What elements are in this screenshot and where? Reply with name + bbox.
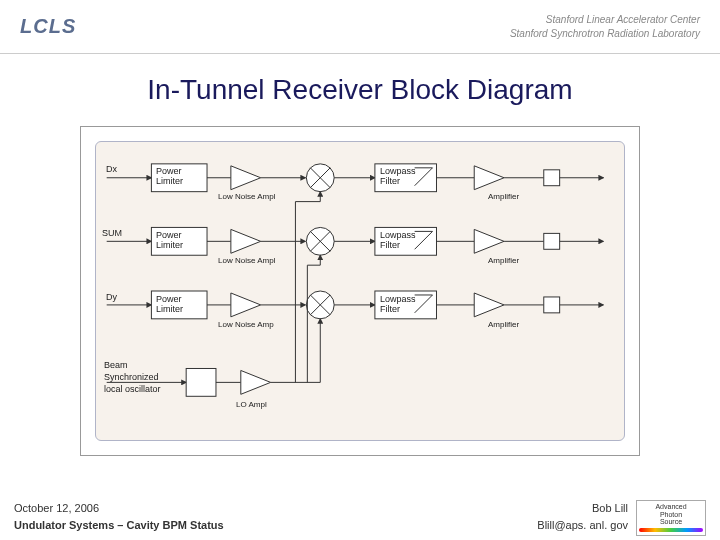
input-sum: SUM bbox=[102, 228, 122, 238]
power-limiter-1: Power Limiter bbox=[156, 167, 183, 187]
lowpass-1: Lowpass Filter bbox=[380, 167, 416, 187]
svg-rect-43 bbox=[544, 297, 560, 313]
svg-marker-11 bbox=[474, 166, 504, 190]
svg-marker-18 bbox=[231, 229, 261, 253]
aps-2: Photon bbox=[639, 511, 703, 519]
input-dy: Dy bbox=[106, 292, 117, 302]
svg-rect-28 bbox=[544, 233, 560, 249]
footer-author: Bob Lill bbox=[537, 500, 628, 517]
lo-ampl-label: LO Ampl bbox=[236, 400, 267, 409]
osc-label-2: Synchronized bbox=[104, 372, 159, 382]
footer-left: October 12, 2006 Undulator Systems – Cav… bbox=[14, 500, 537, 533]
svg-rect-46 bbox=[186, 368, 216, 396]
footer-right: Bob Lill Blill@aps. anl. gov bbox=[537, 500, 628, 533]
lowpass-2: Lowpass Filter bbox=[380, 231, 416, 251]
aps-1: Advanced bbox=[639, 503, 703, 511]
footer-date: October 12, 2006 bbox=[14, 500, 537, 517]
power-limiter-2: Power Limiter bbox=[156, 231, 183, 251]
lna-label-3: Low Noise Amp bbox=[218, 320, 274, 329]
amp-label-1: Amplifier bbox=[488, 192, 519, 201]
aps-logo: Advanced Photon Source bbox=[636, 500, 706, 536]
lab-name-2: Stanford Synchrotron Radiation Laborator… bbox=[510, 27, 700, 41]
input-dx: Dx bbox=[106, 164, 117, 174]
svg-marker-3 bbox=[231, 166, 261, 190]
aps-3: Source bbox=[639, 518, 703, 526]
page-title: In-Tunnel Receiver Block Diagram bbox=[0, 74, 720, 106]
svg-marker-48 bbox=[241, 370, 271, 394]
slide-header: LCLS Stanford Linear Accelerator Center … bbox=[0, 0, 720, 54]
lab-names: Stanford Linear Accelerator Center Stanf… bbox=[510, 13, 700, 41]
aps-stripe-icon bbox=[639, 528, 703, 532]
slide-footer: October 12, 2006 Undulator Systems – Cav… bbox=[0, 496, 720, 540]
amp-label-2: Amplifier bbox=[488, 256, 519, 265]
diagram-inner: Dx SUM Dy Power Limiter Power Limiter Po… bbox=[95, 141, 625, 441]
svg-marker-41 bbox=[474, 293, 504, 317]
lab-name-1: Stanford Linear Accelerator Center bbox=[510, 13, 700, 27]
svg-marker-33 bbox=[231, 293, 261, 317]
lowpass-3: Lowpass Filter bbox=[380, 295, 416, 315]
lna-label-2: Low Noise Ampl bbox=[218, 256, 275, 265]
svg-marker-26 bbox=[474, 229, 504, 253]
osc-label-3: local oscillator bbox=[104, 384, 161, 394]
osc-label-1: Beam bbox=[104, 360, 128, 370]
diagram-container: Dx SUM Dy Power Limiter Power Limiter Po… bbox=[80, 126, 640, 456]
lna-label-1: Low Noise Ampl bbox=[218, 192, 275, 201]
amp-label-3: Amplifier bbox=[488, 320, 519, 329]
footer-subtitle: Undulator Systems – Cavity BPM Status bbox=[14, 517, 537, 534]
power-limiter-3: Power Limiter bbox=[156, 295, 183, 315]
lcls-logo: LCLS bbox=[20, 15, 76, 38]
footer-email: Blill@aps. anl. gov bbox=[537, 517, 628, 534]
svg-rect-13 bbox=[544, 170, 560, 186]
